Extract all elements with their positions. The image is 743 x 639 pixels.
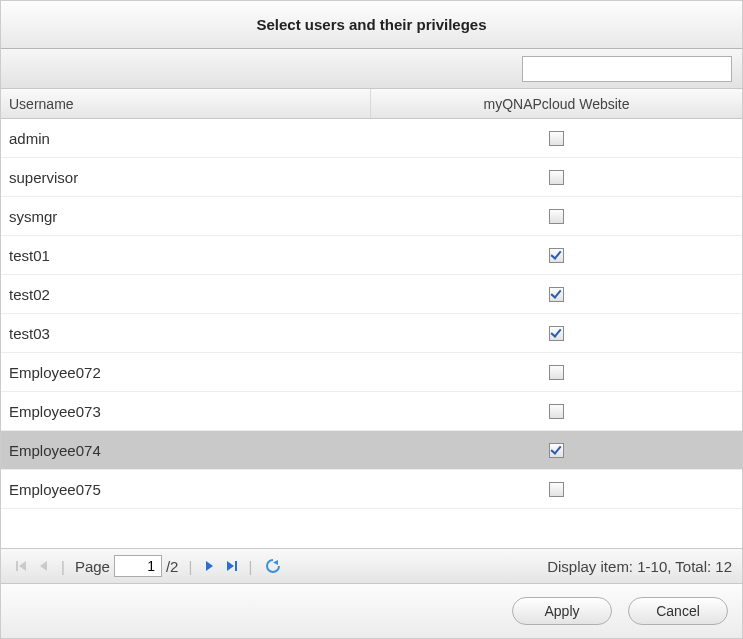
title-bar: Select users and their privileges — [1, 1, 742, 49]
username-cell: test03 — [1, 314, 371, 352]
column-header-username[interactable]: Username — [1, 89, 371, 118]
svg-rect-0 — [16, 561, 18, 571]
username-label: test01 — [9, 247, 50, 264]
privilege-checkbox[interactable] — [549, 287, 564, 302]
privilege-cell — [371, 236, 742, 274]
pager-separator: | — [188, 558, 192, 575]
username-cell: admin — [1, 119, 371, 157]
username-label: supervisor — [9, 169, 78, 186]
search-bar — [1, 49, 742, 89]
username-label: Employee073 — [9, 403, 101, 420]
privilege-checkbox[interactable] — [549, 209, 564, 224]
privilege-checkbox[interactable] — [549, 482, 564, 497]
display-info: Display item: 1-10, Total: 12 — [547, 558, 732, 575]
svg-marker-6 — [273, 560, 278, 565]
footer: Apply Cancel — [1, 584, 742, 638]
privilege-checkbox[interactable] — [549, 326, 564, 341]
privilege-cell — [371, 119, 742, 157]
pager: | Page /2 | | Display item: 1-10, Total:… — [1, 548, 742, 584]
table-header: Username myQNAPcloud Website — [1, 89, 742, 119]
last-page-button[interactable] — [222, 557, 240, 575]
svg-marker-2 — [40, 561, 47, 571]
username-label: Employee072 — [9, 364, 101, 381]
apply-button-label: Apply — [544, 603, 579, 619]
username-cell: test01 — [1, 236, 371, 274]
username-label: test03 — [9, 325, 50, 342]
privilege-checkbox[interactable] — [549, 170, 564, 185]
table-row[interactable]: test01 — [1, 236, 742, 275]
username-label: sysmgr — [9, 208, 57, 225]
username-label: Employee074 — [9, 442, 101, 459]
prev-page-icon — [38, 559, 50, 573]
column-header-privilege[interactable]: myQNAPcloud Website — [371, 89, 742, 118]
page-label: Page — [75, 558, 110, 575]
first-page-icon — [15, 559, 29, 573]
svg-marker-1 — [19, 561, 26, 571]
svg-marker-3 — [206, 561, 213, 571]
username-cell: Employee072 — [1, 353, 371, 391]
table-row[interactable]: supervisor — [1, 158, 742, 197]
table-body: adminsupervisorsysmgrtest01test02test03E… — [1, 119, 742, 509]
username-cell: Employee074 — [1, 431, 371, 469]
table-row[interactable]: Employee072 — [1, 353, 742, 392]
username-cell: sysmgr — [1, 197, 371, 235]
dialog: Select users and their privileges Userna… — [0, 0, 743, 639]
username-cell: test02 — [1, 275, 371, 313]
pager-separator: | — [248, 558, 252, 575]
prev-page-button[interactable] — [35, 557, 53, 575]
privilege-checkbox[interactable] — [549, 404, 564, 419]
privilege-cell — [371, 197, 742, 235]
table-filler — [1, 509, 742, 548]
column-header-username-label: Username — [9, 96, 74, 112]
username-cell: Employee073 — [1, 392, 371, 430]
first-page-button[interactable] — [13, 557, 31, 575]
refresh-icon — [265, 558, 281, 574]
dialog-title: Select users and their privileges — [256, 16, 486, 33]
username-cell: Employee075 — [1, 470, 371, 508]
privilege-checkbox[interactable] — [549, 248, 564, 263]
page-number-input[interactable] — [114, 555, 162, 577]
username-cell: supervisor — [1, 158, 371, 196]
last-page-icon — [224, 559, 238, 573]
table-row[interactable]: Employee075 — [1, 470, 742, 509]
pager-separator: | — [61, 558, 65, 575]
privilege-checkbox[interactable] — [549, 365, 564, 380]
next-page-icon — [203, 559, 215, 573]
username-label: test02 — [9, 286, 50, 303]
svg-rect-5 — [235, 561, 237, 571]
privilege-cell — [371, 431, 742, 469]
privilege-cell — [371, 470, 742, 508]
table-row[interactable]: Employee073 — [1, 392, 742, 431]
table-row[interactable]: sysmgr — [1, 197, 742, 236]
svg-marker-4 — [227, 561, 234, 571]
column-header-privilege-label: myQNAPcloud Website — [483, 96, 629, 112]
next-page-button[interactable] — [200, 557, 218, 575]
privilege-cell — [371, 275, 742, 313]
table-row[interactable]: admin — [1, 119, 742, 158]
cancel-button[interactable]: Cancel — [628, 597, 728, 625]
privilege-cell — [371, 158, 742, 196]
privilege-checkbox[interactable] — [549, 443, 564, 458]
privilege-cell — [371, 353, 742, 391]
username-label: Employee075 — [9, 481, 101, 498]
privilege-cell — [371, 392, 742, 430]
privilege-cell — [371, 314, 742, 352]
search-input[interactable] — [522, 56, 732, 82]
privilege-checkbox[interactable] — [549, 131, 564, 146]
apply-button[interactable]: Apply — [512, 597, 612, 625]
cancel-button-label: Cancel — [656, 603, 700, 619]
table-row[interactable]: test03 — [1, 314, 742, 353]
total-pages-label: /2 — [166, 558, 179, 575]
refresh-button[interactable] — [264, 557, 282, 575]
table-row[interactable]: Employee074 — [1, 431, 742, 470]
table-row[interactable]: test02 — [1, 275, 742, 314]
username-label: admin — [9, 130, 50, 147]
